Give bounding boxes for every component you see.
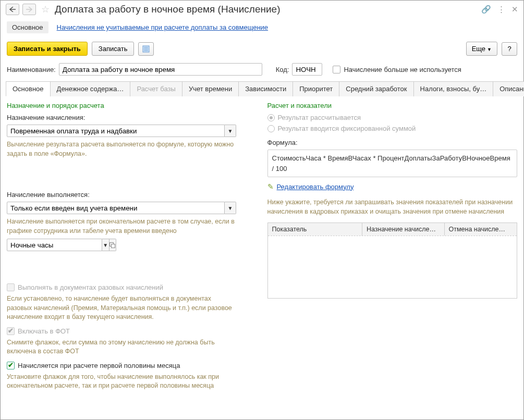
assign-hint: Вычисление результата расчета выполняетс… <box>7 140 236 158</box>
list-icon <box>142 45 150 53</box>
cb-first-half-label: Начисляется при расчете первой половины … <box>18 362 180 369</box>
cb-once-docs-label: Выполнять в документах разовых начислени… <box>18 283 163 291</box>
assign-label: Назначение начисления: <box>7 114 257 121</box>
tab-desc[interactable]: Описание <box>493 81 524 96</box>
not-used-label: Начисление больше не используется <box>344 66 461 73</box>
page-title: Доплата за работу в ночное время (Начисл… <box>55 4 478 15</box>
left-column: Назначение и порядок расчета Назначение … <box>7 102 257 414</box>
help-button[interactable]: ? <box>502 42 517 56</box>
formula-box: СтоимостьЧаса * ВремяВЧасах * ПроцентДоп… <box>267 150 518 177</box>
th-cancel[interactable]: Отмена начисле… <box>445 223 517 236</box>
forward-button[interactable] <box>22 4 36 15</box>
menu-icon[interactable]: ⋮ <box>497 5 505 14</box>
save-close-button[interactable]: Записать и закрыть <box>7 42 88 56</box>
radio-calculated <box>267 114 275 121</box>
tab-content: Назначение и порядок расчета Назначение … <box>1 96 523 419</box>
header-fields: Наименование: Код: Начисление больше не … <box>1 61 523 81</box>
time-open-button[interactable] <box>109 239 117 251</box>
toolbar: Записать и закрыть Записать Еще▼ ? <box>1 36 523 61</box>
favorite-icon[interactable]: ☆ <box>41 4 50 15</box>
cb-first-half-hint: Установите флажок для того, чтобы начисл… <box>7 373 236 391</box>
code-label: Код: <box>276 66 289 73</box>
cb-fot-label: Включать в ФОТ <box>18 327 70 335</box>
exec-label: Начисление выполняется: <box>7 191 257 199</box>
exec-dropdown-button[interactable]: ▼ <box>225 202 236 214</box>
nav-links: Основное Начисления не учитываемые при р… <box>1 18 523 36</box>
tab-main[interactable]: Основное <box>6 81 51 96</box>
table-hint: Ниже укажите, требуется ли запрашивать з… <box>267 198 518 216</box>
th-indicator[interactable]: Показатель <box>268 223 362 236</box>
main-window: ☆ Доплата за работу в ночное время (Начи… <box>0 0 524 420</box>
tab-time[interactable]: Учет времени <box>182 81 239 96</box>
not-used-checkbox[interactable] <box>333 66 340 73</box>
exec-hint: Начисление выполняется при окончательном… <box>7 217 236 236</box>
th-assign[interactable]: Назначение начисле… <box>362 223 445 236</box>
tabs: Основное Денежное содержа… Расчет базы У… <box>6 81 518 96</box>
assign-select[interactable] <box>7 125 225 137</box>
chevron-down-icon: ▼ <box>487 47 492 52</box>
name-input[interactable] <box>59 63 262 76</box>
tab-avg[interactable]: Средний заработок <box>339 81 413 96</box>
radio-calculated-label: Результат рассчитывается <box>278 114 361 121</box>
assign-dropdown-button[interactable]: ▼ <box>225 125 236 137</box>
more-button[interactable]: Еще▼ <box>466 42 497 56</box>
name-label: Наименование: <box>7 66 56 73</box>
tab-money[interactable]: Денежное содержа… <box>50 81 131 96</box>
radio-fixed-label: Результат вводится фиксированной суммой <box>278 125 416 132</box>
tab-tax[interactable]: Налоги, взносы, бу… <box>413 81 494 96</box>
cb-once-docs <box>7 283 15 291</box>
nav-related-link[interactable]: Начисления не учитываемые при расчете до… <box>57 23 269 31</box>
formula-label: Формула: <box>267 139 518 146</box>
open-icon <box>109 242 115 248</box>
cb-first-half[interactable] <box>7 362 15 369</box>
nav-main[interactable]: Основное <box>7 21 48 33</box>
arrow-right-icon <box>26 7 32 12</box>
close-icon[interactable]: ✕ <box>511 5 518 14</box>
pencil-icon: ✎ <box>267 182 274 191</box>
tab-deps[interactable]: Зависимости <box>238 81 293 96</box>
radio-fixed <box>267 125 275 132</box>
edit-formula-link[interactable]: Редактировать формулу <box>277 183 354 191</box>
cb-fot-hint: Снимите флажок, если сумма по этому начи… <box>7 338 236 356</box>
code-input[interactable] <box>292 63 322 76</box>
arrow-left-icon <box>9 7 16 12</box>
time-dropdown-button[interactable]: ▼ <box>102 239 109 251</box>
list-button[interactable] <box>138 42 154 56</box>
back-button[interactable] <box>6 4 19 15</box>
exec-select[interactable] <box>7 202 225 214</box>
tab-priority[interactable]: Приоритет <box>293 81 339 96</box>
titlebar: ☆ Доплата за работу в ночное время (Начи… <box>1 1 523 18</box>
time-type-select[interactable] <box>7 239 102 251</box>
cb-once-docs-hint: Если установлено, то начисление будет вы… <box>7 294 236 322</box>
save-button[interactable]: Записать <box>92 42 135 56</box>
svg-rect-5 <box>112 244 115 248</box>
link-icon[interactable]: 🔗 <box>481 5 491 14</box>
right-column: Расчет и показатели Результат рассчитыва… <box>267 102 518 414</box>
indicators-table[interactable]: Показатель Назначение начисле… Отмена на… <box>267 223 518 299</box>
section-calc: Расчет и показатели <box>267 102 518 109</box>
tab-base[interactable]: Расчет базы <box>130 81 182 96</box>
cb-fot <box>7 327 15 335</box>
table-body <box>268 236 517 298</box>
section-purpose: Назначение и порядок расчета <box>7 102 257 109</box>
